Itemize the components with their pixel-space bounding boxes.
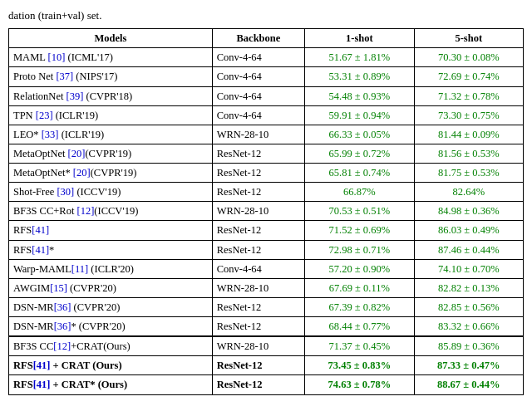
results-table: Models Backbone 1-shot 5-shot MAML [10] … xyxy=(8,28,524,394)
table-row: RelationNet [39] (CVPR'18)Conv-4-6454.48… xyxy=(9,86,524,105)
table-row: LEO* [33] (ICLR'19)WRN-28-1066.33 ± 0.05… xyxy=(9,125,524,144)
table-row: DSN-MR[36]* (CVPR'20)ResNet-1268.44 ± 0.… xyxy=(9,317,524,337)
cell-model: RelationNet [39] (CVPR'18) xyxy=(9,86,213,105)
cell-1shot: 66.87% xyxy=(305,183,414,202)
cell-backbone: ResNet-12 xyxy=(212,297,304,316)
cell-model: BF3S CC+Rot [12](ICCV'19) xyxy=(9,202,213,221)
col-header-backbone: Backbone xyxy=(212,29,304,48)
cell-5shot: 81.56 ± 0.53% xyxy=(414,144,523,163)
table-row: Warp-MAML[11] (ICLR'20)Conv-4-6457.20 ± … xyxy=(9,259,524,278)
cell-model: LEO* [33] (ICLR'19) xyxy=(9,125,213,144)
cell-1shot: 57.20 ± 0.90% xyxy=(305,259,414,278)
cell-1shot: 65.99 ± 0.72% xyxy=(305,144,414,163)
cell-model: MetaOptNet [20](CVPR'19) xyxy=(9,144,213,163)
cell-5shot: 84.98 ± 0.36% xyxy=(414,202,523,221)
cell-backbone: ResNet-12 xyxy=(212,375,304,394)
cell-model: Warp-MAML[11] (ICLR'20) xyxy=(9,259,213,278)
cell-5shot: 74.10 ± 0.70% xyxy=(414,259,523,278)
table-row: AWGIM[15] (CVPR'20)WRN-28-1067.69 ± 0.11… xyxy=(9,278,524,297)
table-row: Shot-Free [30] (ICCV'19)ResNet-1266.87%8… xyxy=(9,183,524,202)
cell-5shot: 82.82 ± 0.13% xyxy=(414,278,523,297)
cell-backbone: ResNet-12 xyxy=(212,183,304,202)
cell-backbone: WRN-28-10 xyxy=(212,336,304,356)
cell-1shot: 71.52 ± 0.69% xyxy=(305,221,414,240)
cell-model: MAML [10] (ICML'17) xyxy=(9,48,213,67)
cell-backbone: ResNet-12 xyxy=(212,240,304,259)
cell-model: RFS[41] xyxy=(9,221,213,240)
table-row: RFS[41]ResNet-1271.52 ± 0.69%86.03 ± 0.4… xyxy=(9,221,524,240)
cell-5shot: 83.32 ± 0.66% xyxy=(414,317,523,337)
cell-backbone: ResNet-12 xyxy=(212,221,304,240)
cell-5shot: 73.30 ± 0.75% xyxy=(414,105,523,125)
cell-model: TPN [23] (ICLR'19) xyxy=(9,105,213,125)
cell-model: BF3S CC[12]+CRAT(Ours) xyxy=(9,336,213,356)
cell-backbone: Conv-4-64 xyxy=(212,105,304,125)
caption: dation (train+val) set. xyxy=(8,8,524,23)
cell-model: RFS[41]* xyxy=(9,240,213,259)
cell-1shot: 67.69 ± 0.11% xyxy=(305,278,414,297)
cell-5shot: 85.89 ± 0.36% xyxy=(414,336,523,356)
table-row: MetaOptNet* [20](CVPR'19)ResNet-1265.81 … xyxy=(9,164,524,183)
cell-1shot: 59.91 ± 0.94% xyxy=(305,105,414,125)
cell-1shot: 51.67 ± 1.81% xyxy=(305,48,414,67)
col-header-1shot: 1-shot xyxy=(305,29,414,48)
cell-1shot: 65.81 ± 0.74% xyxy=(305,164,414,183)
cell-backbone: Conv-4-64 xyxy=(212,67,304,86)
cell-model: AWGIM[15] (CVPR'20) xyxy=(9,278,213,297)
table-row: DSN-MR[36] (CVPR'20)ResNet-1267.39 ± 0.8… xyxy=(9,297,524,316)
table-row: RFS[41]*ResNet-1272.98 ± 0.71%87.46 ± 0.… xyxy=(9,240,524,259)
table-row: RFS[41] + CRAT (Ours)ResNet-1273.45 ± 0.… xyxy=(9,356,524,375)
cell-5shot: 72.69 ± 0.74% xyxy=(414,67,523,86)
cell-1shot: 68.44 ± 0.77% xyxy=(305,317,414,337)
cell-1shot: 72.98 ± 0.71% xyxy=(305,240,414,259)
cell-model: MetaOptNet* [20](CVPR'19) xyxy=(9,164,213,183)
cell-5shot: 71.32 ± 0.78% xyxy=(414,86,523,105)
table-row: RFS[41] + CRAT* (Ours)ResNet-1274.63 ± 0… xyxy=(9,375,524,394)
table-row: Proto Net [37] (NIPS'17)Conv-4-6453.31 ±… xyxy=(9,67,524,86)
cell-5shot: 82.64% xyxy=(414,183,523,202)
cell-backbone: Conv-4-64 xyxy=(212,259,304,278)
cell-backbone: ResNet-12 xyxy=(212,144,304,163)
table-row: MetaOptNet [20](CVPR'19)ResNet-1265.99 ±… xyxy=(9,144,524,163)
cell-backbone: ResNet-12 xyxy=(212,317,304,337)
cell-1shot: 66.33 ± 0.05% xyxy=(305,125,414,144)
col-header-5shot: 5-shot xyxy=(414,29,523,48)
cell-model: Proto Net [37] (NIPS'17) xyxy=(9,67,213,86)
cell-1shot: 67.39 ± 0.82% xyxy=(305,297,414,316)
cell-backbone: ResNet-12 xyxy=(212,164,304,183)
cell-5shot: 81.75 ± 0.53% xyxy=(414,164,523,183)
cell-backbone: ResNet-12 xyxy=(212,356,304,375)
cell-1shot: 74.63 ± 0.78% xyxy=(305,375,414,394)
table-row: MAML [10] (ICML'17)Conv-4-6451.67 ± 1.81… xyxy=(9,48,524,67)
cell-1shot: 73.45 ± 0.83% xyxy=(305,356,414,375)
cell-model: DSN-MR[36]* (CVPR'20) xyxy=(9,317,213,337)
cell-backbone: WRN-28-10 xyxy=(212,202,304,221)
cell-1shot: 54.48 ± 0.93% xyxy=(305,86,414,105)
col-header-models: Models xyxy=(9,29,213,48)
cell-model: RFS[41] + CRAT (Ours) xyxy=(9,356,213,375)
cell-5shot: 86.03 ± 0.49% xyxy=(414,221,523,240)
table-row: BF3S CC+Rot [12](ICCV'19)WRN-28-1070.53 … xyxy=(9,202,524,221)
table-row: TPN [23] (ICLR'19)Conv-4-6459.91 ± 0.94%… xyxy=(9,105,524,125)
cell-backbone: Conv-4-64 xyxy=(212,48,304,67)
cell-1shot: 70.53 ± 0.51% xyxy=(305,202,414,221)
cell-1shot: 71.37 ± 0.45% xyxy=(305,336,414,356)
cell-backbone: WRN-28-10 xyxy=(212,125,304,144)
cell-5shot: 87.33 ± 0.47% xyxy=(414,356,523,375)
cell-5shot: 87.46 ± 0.44% xyxy=(414,240,523,259)
cell-5shot: 88.67 ± 0.44% xyxy=(414,375,523,394)
cell-model: DSN-MR[36] (CVPR'20) xyxy=(9,297,213,316)
cell-1shot: 53.31 ± 0.89% xyxy=(305,67,414,86)
cell-5shot: 81.44 ± 0.09% xyxy=(414,125,523,144)
cell-backbone: Conv-4-64 xyxy=(212,86,304,105)
cell-5shot: 82.85 ± 0.56% xyxy=(414,297,523,316)
cell-backbone: WRN-28-10 xyxy=(212,278,304,297)
cell-model: Shot-Free [30] (ICCV'19) xyxy=(9,183,213,202)
cell-5shot: 70.30 ± 0.08% xyxy=(414,48,523,67)
cell-model: RFS[41] + CRAT* (Ours) xyxy=(9,375,213,394)
table-row: BF3S CC[12]+CRAT(Ours)WRN-28-1071.37 ± 0… xyxy=(9,336,524,356)
